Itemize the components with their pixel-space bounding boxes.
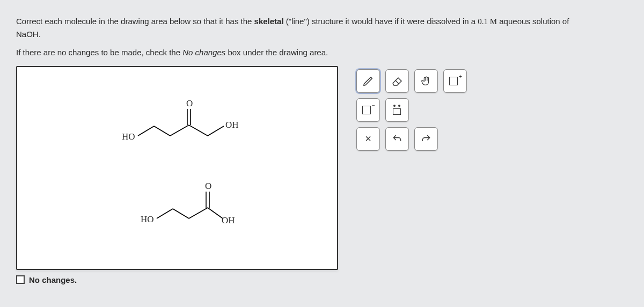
prompt-bold: skeletal — [254, 17, 284, 26]
svg-line-5 — [189, 125, 208, 136]
svg-line-13 — [396, 81, 399, 84]
concentration: 0.1 M — [478, 17, 497, 26]
svg-line-12 — [208, 208, 223, 218]
clear-button[interactable]: × — [356, 127, 380, 151]
mol2-right-label: OH — [222, 215, 235, 226]
hand-tool[interactable] — [414, 69, 438, 93]
eraser-icon — [391, 76, 404, 86]
no-changes-label: No changes. — [29, 275, 77, 284]
close-icon: × — [365, 133, 371, 145]
prompt-line2a: If there are no changes to be made, chec… — [16, 48, 182, 57]
prompt-text: Correct each molecule in the drawing are… — [16, 17, 254, 26]
prompt-line2b: box under the drawing area. — [225, 48, 328, 57]
svg-line-0 — [138, 126, 154, 136]
eraser-tool[interactable] — [385, 69, 409, 93]
redo-icon — [421, 134, 431, 144]
undo-icon — [392, 134, 402, 144]
hand-icon — [420, 75, 432, 87]
svg-line-8 — [173, 209, 189, 218]
molecule-1[interactable] — [125, 99, 243, 153]
mol1-top-label: O — [186, 98, 193, 109]
redo-button[interactable] — [414, 127, 438, 151]
lone-pair-icon — [392, 105, 402, 115]
mol2-left-label: HO — [141, 214, 154, 225]
plus-icon: + — [459, 74, 462, 79]
square-icon — [362, 106, 371, 114]
positive-charge-tool[interactable]: + — [443, 69, 467, 93]
no-changes-row[interactable]: No changes. — [16, 275, 338, 284]
svg-line-7 — [157, 209, 173, 218]
negative-charge-tool[interactable]: − — [356, 98, 380, 122]
svg-line-9 — [189, 208, 208, 218]
svg-line-6 — [208, 126, 224, 136]
svg-line-1 — [154, 126, 170, 136]
prompt-text-2: aqueous solution of — [497, 17, 569, 26]
mol1-left-label: HO — [122, 131, 135, 142]
svg-line-2 — [170, 125, 189, 136]
question-prompt: Correct each molecule in the drawing are… — [16, 15, 623, 59]
drawing-canvas[interactable]: HO O OH — [16, 66, 338, 270]
minus-icon: − — [372, 103, 375, 108]
undo-button[interactable] — [385, 127, 409, 151]
mol1-right-label: OH — [225, 120, 239, 130]
prompt-italic: No changes — [182, 48, 225, 57]
prompt-formula: NaOH. — [16, 30, 41, 39]
no-changes-checkbox[interactable] — [16, 275, 25, 284]
lone-pair-tool[interactable] — [385, 98, 409, 122]
prompt-paren: ("line") structure it would have if it w… — [284, 17, 478, 26]
molecule-2[interactable] — [143, 185, 240, 239]
toolbox: + − × — [356, 69, 467, 284]
mol2-top-label: O — [205, 181, 211, 192]
square-icon — [449, 77, 458, 85]
pencil-icon — [362, 75, 374, 87]
pencil-tool[interactable] — [356, 69, 380, 93]
